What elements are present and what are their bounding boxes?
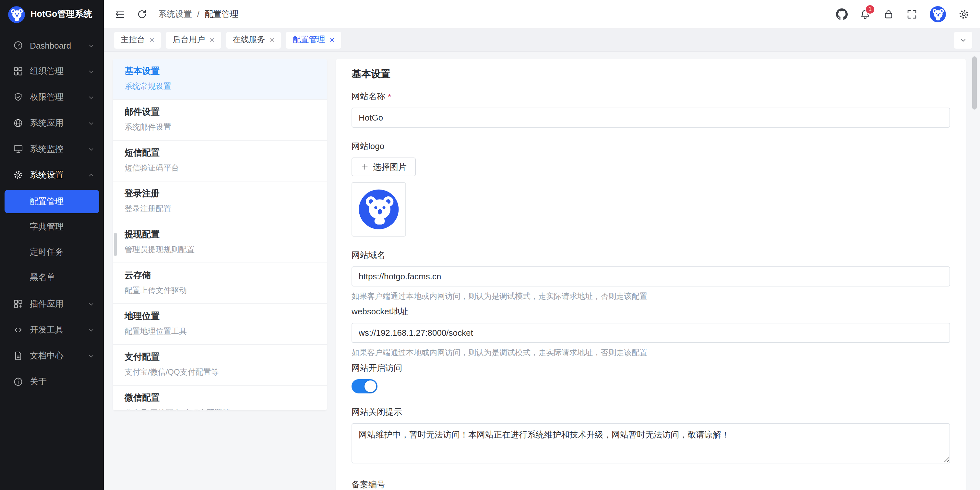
sidebar-submenu-settings: 配置管理 字典管理 定时任务 黑名单 — [0, 190, 104, 289]
fullscreen-icon[interactable] — [906, 8, 918, 20]
settings-item-payment[interactable]: 支付配置 支付宝/微信/QQ支付配置等 — [113, 345, 327, 385]
site-name-input[interactable] — [352, 108, 950, 128]
menu-fold-icon[interactable] — [114, 8, 126, 20]
gear-icon — [13, 170, 23, 180]
breadcrumb-current: 配置管理 — [205, 8, 239, 20]
main-column: 系统设置 / 配置管理 1 主控台 × — [104, 0, 980, 490]
sidebar-item-dashboard[interactable]: Dashboard — [0, 32, 104, 58]
notification-button[interactable]: 1 — [859, 8, 871, 20]
top-header: 系统设置 / 配置管理 1 — [104, 0, 980, 29]
app-window: HotGo管理系统 Dashboard 组织管理 权限管理 系统应用 — [0, 0, 980, 490]
site-logo-label: 网站logo — [352, 141, 950, 152]
settings-category-panel: 基本设置 系统常规设置 邮件设置 系统邮件设置 短信配置 短信验证码平台 登录注… — [113, 59, 327, 410]
settings-item-login[interactable]: 登录注册 登录注册配置 — [113, 181, 327, 222]
chevron-down-icon — [88, 352, 95, 359]
sidebar-item-devtools[interactable]: 开发工具 — [0, 317, 104, 343]
sidebar-item-monitor[interactable]: 系统监控 — [0, 136, 104, 162]
chevron-down-icon — [88, 120, 95, 127]
tab-close-icon[interactable]: × — [210, 36, 214, 44]
section-title: 基本设置 — [352, 68, 950, 80]
websocket-input[interactable] — [352, 323, 950, 343]
settings-item-cloud-storage[interactable]: 云存储 配置上传文件驱动 — [113, 263, 327, 304]
chevron-down-icon — [88, 68, 95, 75]
shield-icon — [13, 92, 23, 102]
settings-item-wechat[interactable]: 微信配置 公众号/开放平台/小程序配置等 — [113, 385, 327, 410]
tab-online-service[interactable]: 在线服务 × — [226, 32, 281, 48]
sidebar-item-plugins[interactable]: 插件应用 — [0, 291, 104, 317]
app-logo-icon — [8, 5, 25, 23]
sidebar-item-config-mgmt[interactable]: 配置管理 — [5, 190, 99, 213]
sidebar-item-cron[interactable]: 定时任务 — [5, 241, 99, 264]
avatar[interactable] — [929, 5, 946, 22]
info-icon — [13, 377, 23, 387]
settings-item-sms[interactable]: 短信配置 短信验证码平台 — [113, 141, 327, 181]
required-mark: * — [388, 92, 391, 101]
breadcrumb-link-settings[interactable]: 系统设置 — [158, 8, 192, 20]
tab-config-mgmt[interactable]: 配置管理 × — [286, 32, 341, 48]
chevron-down-icon — [88, 146, 95, 153]
settings-item-email[interactable]: 邮件设置 系统邮件设置 — [113, 100, 327, 141]
logo-preview — [352, 182, 406, 236]
tab-actions-dropdown[interactable] — [954, 32, 972, 48]
sidebar-item-sysapp[interactable]: 系统应用 — [0, 110, 104, 136]
tab-close-icon[interactable]: × — [269, 36, 274, 44]
header-actions: 1 — [836, 5, 970, 22]
sidebar: HotGo管理系统 Dashboard 组织管理 权限管理 系统应用 — [0, 0, 104, 490]
tab-close-icon[interactable]: × — [330, 36, 335, 44]
panel-scrollbar-thumb[interactable] — [114, 233, 117, 256]
site-name-label: 网站名称* — [352, 91, 950, 102]
org-grid-icon — [13, 66, 23, 76]
globe-icon — [13, 118, 23, 128]
sidebar-item-org[interactable]: 组织管理 — [0, 58, 104, 84]
refresh-icon[interactable] — [136, 8, 148, 20]
breadcrumb: 系统设置 / 配置管理 — [158, 8, 239, 20]
lock-icon[interactable] — [883, 8, 894, 20]
plus-icon — [361, 163, 369, 171]
sidebar-item-dict-mgmt[interactable]: 字典管理 — [5, 215, 99, 238]
code-icon — [13, 325, 23, 335]
sidebar-item-about[interactable]: 关于 — [0, 369, 104, 395]
app-logo-row[interactable]: HotGo管理系统 — [0, 0, 104, 29]
tab-dashboard[interactable]: 主控台 × — [114, 32, 161, 48]
site-open-toggle[interactable] — [352, 379, 377, 393]
toggle-knob — [364, 381, 376, 392]
page-scrollbar-thumb[interactable] — [972, 56, 977, 109]
websocket-label: websocket地址 — [352, 306, 950, 317]
document-icon — [13, 350, 23, 361]
settings-item-basic[interactable]: 基本设置 系统常规设置 — [113, 59, 327, 100]
chevron-down-icon — [88, 326, 95, 333]
monitor-icon — [13, 144, 23, 154]
basic-settings-form: 基本设置 网站名称* 网站logo 选择图片 网站域名 如果客户端通过本地或内网… — [336, 59, 966, 490]
chevron-up-icon — [88, 171, 95, 179]
site-domain-label: 网站域名 — [352, 249, 950, 261]
chevron-down-icon — [88, 42, 95, 49]
close-tip-textarea[interactable]: 网站维护中，暂时无法访问！本网站正在进行系统维护和技术升级，网站暂时无法访问，敬… — [352, 423, 950, 463]
sidebar-item-settings[interactable]: 系统设置 — [0, 162, 104, 188]
chevron-down-icon — [88, 300, 95, 308]
sidebar-menu: Dashboard 组织管理 权限管理 系统应用 系统监控 — [0, 29, 104, 395]
github-icon[interactable] — [836, 8, 848, 20]
content-area: 基本设置 系统常规设置 邮件设置 系统邮件设置 短信配置 短信验证码平台 登录注… — [104, 52, 980, 490]
close-tip-label: 网站关闭提示 — [352, 406, 950, 418]
settings-item-withdraw[interactable]: 提现配置 管理员提现规则配置 — [113, 222, 327, 263]
gear-icon[interactable] — [958, 8, 970, 20]
settings-item-geo[interactable]: 地理位置 配置地理位置工具 — [113, 304, 327, 345]
chevron-down-icon — [88, 94, 95, 101]
plugin-icon — [13, 299, 23, 309]
site-domain-help: 如果客户端通过本地或内网访问，则认为是调试模式，走实际请求地址，否则走该配置 — [352, 291, 950, 302]
site-domain-input[interactable] — [352, 266, 950, 287]
app-title: HotGo管理系统 — [30, 8, 92, 20]
sidebar-item-blacklist[interactable]: 黑名单 — [5, 266, 99, 289]
choose-image-button[interactable]: 选择图片 — [352, 157, 416, 176]
tab-close-icon[interactable]: × — [150, 36, 154, 44]
notification-badge: 1 — [865, 4, 875, 14]
site-logo-image — [358, 189, 399, 230]
icp-label: 备案编号 — [352, 479, 950, 490]
websocket-help: 如果客户端通过本地或内网访问，则认为是调试模式，走实际请求地址，否则走该配置 — [352, 347, 950, 358]
sidebar-item-permission[interactable]: 权限管理 — [0, 84, 104, 110]
sidebar-item-docs[interactable]: 文档中心 — [0, 343, 104, 369]
tab-admin-users[interactable]: 后台用户 × — [166, 32, 221, 48]
breadcrumb-separator: / — [197, 9, 199, 19]
site-open-label: 网站开启访问 — [352, 362, 950, 374]
dashboard-icon — [13, 40, 23, 51]
